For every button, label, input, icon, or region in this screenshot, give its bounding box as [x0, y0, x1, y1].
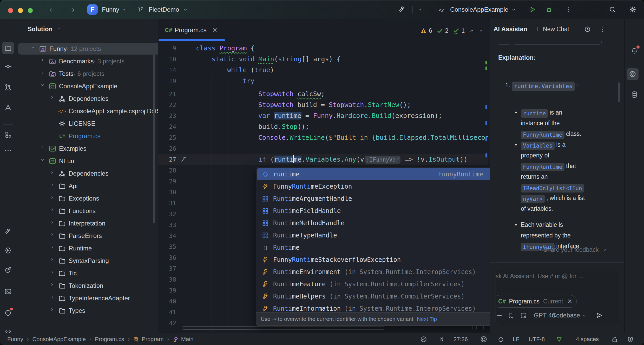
completion-item-runtime[interactable]: {}Runtime: [257, 241, 497, 254]
context-file-chip[interactable]: C# Program.cs Current ✕: [496, 295, 577, 308]
tree-item-exceptions[interactable]: Exceptions: [18, 193, 158, 204]
build-hammer-icon[interactable]: [3, 227, 13, 236]
ai-more-icon[interactable]: [599, 19, 607, 39]
chevron-right-icon[interactable]: [40, 70, 47, 77]
warnings-count[interactable]: 6: [420, 27, 432, 34]
chevron-right-icon[interactable]: [50, 220, 57, 227]
tree-item-consoleappexample[interactable]: C#ConsoleAppExample: [18, 81, 158, 92]
tree-item-examples[interactable]: C#Examples: [18, 143, 158, 154]
maximize-window-button[interactable]: [28, 8, 33, 13]
tree-scrollbar[interactable]: [153, 55, 155, 223]
prompt-library-icon[interactable]: [507, 312, 514, 319]
chevron-right-icon[interactable]: [50, 183, 57, 189]
chevron-right-icon[interactable]: [50, 95, 57, 102]
folded-region-separator[interactable]: [176, 87, 488, 87]
completion-item-runtimeinformation[interactable]: RuntimeInformation (in System.Runtime.In…: [257, 302, 497, 313]
passed-count[interactable]: 2: [436, 27, 449, 34]
tool-window-project-button[interactable]: [2, 42, 14, 54]
solution-header-title[interactable]: Solution: [28, 19, 52, 39]
run-config-selector[interactable]: ConsoleAppExample: [450, 0, 508, 19]
unlock-icon[interactable]: [611, 333, 618, 345]
structure-icon[interactable]: [3, 130, 13, 140]
completion-item-runtimehelpers[interactable]: RuntimeHelpers (in System.Runtime.Compil…: [257, 290, 497, 302]
chevron-right-icon[interactable]: [50, 295, 57, 302]
tree-item-dependencies[interactable]: Dependencies: [18, 168, 158, 179]
share-feedback-link[interactable]: Share your feedback: [543, 246, 608, 253]
chevron-down-icon[interactable]: [418, 8, 422, 12]
chevron-right-icon[interactable]: [50, 195, 57, 202]
commit-icon[interactable]: [3, 62, 13, 71]
completion-item-runtime[interactable]: runtimeFunnyRuntime: [257, 168, 497, 180]
resharper-status-icon[interactable]: [497, 333, 504, 345]
close-tab-icon[interactable]: ✕: [212, 26, 218, 34]
scroll-mark[interactable]: [485, 137, 487, 141]
editor-hscrollbar[interactable]: [182, 326, 385, 330]
tree-item-types[interactable]: Types: [18, 305, 158, 316]
send-button[interactable]: [595, 311, 603, 319]
scroll-mark[interactable]: [485, 61, 487, 64]
tree-item-tests[interactable]: Tests · 6 projects: [18, 68, 158, 79]
encoding[interactable]: UTF-8: [529, 333, 545, 345]
project-selector[interactable]: Funny: [102, 0, 119, 19]
scroll-mark[interactable]: [485, 121, 487, 125]
chevron-down-icon[interactable]: [122, 8, 126, 12]
codebase-toggle[interactable]: Codebase: [552, 312, 580, 319]
chevron-right-icon[interactable]: [50, 270, 57, 277]
more-actions-icon[interactable]: [564, 6, 572, 13]
chevron-right-icon[interactable]: [50, 233, 57, 239]
shield-icon[interactable]: [627, 333, 634, 345]
remove-context-icon[interactable]: ✕: [567, 298, 572, 305]
run-button[interactable]: [529, 6, 536, 13]
ai-assistant-tool-button[interactable]: [627, 68, 639, 80]
chevron-down-icon[interactable]: [31, 45, 37, 52]
tree-item-interpretation[interactable]: Interpretation: [18, 218, 158, 229]
tree-item-license[interactable]: LICENSE: [18, 118, 158, 129]
tree-item-parseerrors[interactable]: ParseErrors: [18, 230, 158, 242]
search-icon[interactable]: [609, 6, 616, 13]
completion-item-runtimefieldhandle[interactable]: RuntimeFieldHandle: [257, 205, 497, 217]
chevron-right-icon[interactable]: [50, 245, 57, 252]
tree-item-api[interactable]: Api: [18, 180, 158, 192]
chevron-right-icon[interactable]: [50, 257, 57, 264]
breadcrumb-item[interactable]: Main: [181, 336, 194, 343]
tree-item-runtime[interactable]: Runtime: [18, 243, 158, 254]
inspection-level-icon[interactable]: [556, 333, 563, 345]
profiler-icon[interactable]: [3, 265, 13, 275]
breadcrumb-item[interactable]: Funny: [7, 336, 23, 343]
project-avatar[interactable]: F: [87, 4, 98, 15]
next-problem-icon[interactable]: [479, 29, 483, 33]
chevron-right-icon[interactable]: [50, 282, 57, 289]
scroll-mark[interactable]: [485, 67, 487, 70]
chevron-right-icon[interactable]: [50, 208, 57, 214]
chevron-right-icon[interactable]: [50, 307, 57, 314]
debug-button[interactable]: [545, 6, 553, 13]
completion-item-runtimemethodhandle[interactable]: RuntimeMethodHandle: [257, 217, 497, 229]
hide-panel-icon[interactable]: [610, 19, 617, 39]
line-ending[interactable]: LF: [513, 333, 520, 345]
completion-item-funnyruntimestackoverflowexception[interactable]: FunnyRuntimeStackoverflowException: [257, 254, 497, 266]
chevron-down-icon[interactable]: [183, 8, 188, 12]
tree-item-program-cs[interactable]: C#Program.cs: [18, 130, 158, 142]
history-clock-icon[interactable]: [584, 19, 591, 39]
notifications-icon[interactable]: [3, 308, 13, 317]
gear-icon[interactable]: [629, 6, 636, 13]
forward-icon[interactable]: [69, 6, 76, 13]
previous-problem-icon[interactable]: [469, 28, 475, 34]
typos-count[interactable]: 1: [453, 27, 465, 34]
scroll-mark[interactable]: [485, 153, 487, 157]
chevron-down-icon[interactable]: [40, 83, 47, 90]
tree-item-syntaxparsing[interactable]: SyntaxParsing: [18, 255, 158, 267]
minimize-window-button[interactable]: [18, 8, 23, 13]
chevron-down-icon[interactable]: [40, 158, 47, 164]
completion-item-runtimeenvironment[interactable]: RuntimeEnvironment (in System.Runtime.In…: [257, 266, 497, 278]
branch-selector[interactable]: FleetDemo: [149, 0, 179, 19]
completion-item-runtimeargumenthandle[interactable]: RuntimeArgumentHandle: [257, 193, 497, 205]
tree-item-consoleappexample-csproj-dotsettings[interactable]: </>ConsoleAppExample.csproj.DotSettings: [18, 105, 158, 117]
analysis-status-icon[interactable]: [420, 333, 427, 345]
completion-item-runtimetypehandle[interactable]: RuntimeTypeHandle: [257, 229, 497, 241]
azure-icon[interactable]: [3, 103, 13, 112]
build-hammer-icon[interactable]: [398, 6, 406, 14]
run-tool-icon[interactable]: [3, 246, 13, 255]
ai-scrollbar[interactable]: [618, 82, 620, 102]
new-chat-button[interactable]: New Chat: [534, 19, 569, 39]
